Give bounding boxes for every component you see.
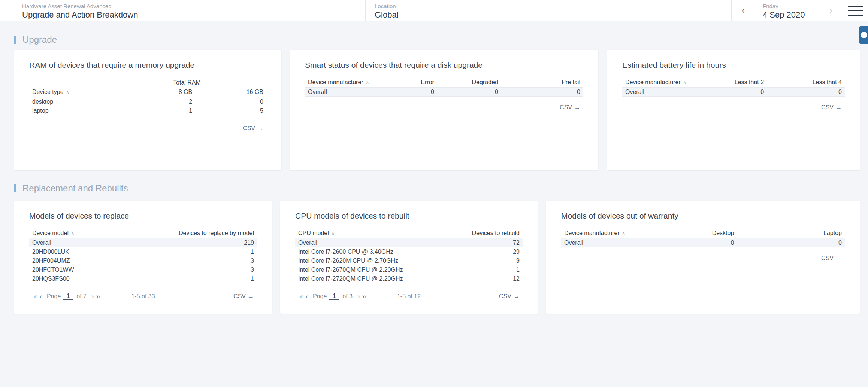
sort-asc-icon: ∧ (66, 90, 69, 94)
cell-value: 219 (166, 240, 257, 246)
column-header[interactable]: Pre fail (501, 79, 583, 86)
dashboard-title-block: Hardware Asset Renewal Advanced Upgrade … (22, 3, 138, 20)
csv-export-link[interactable]: CSV→ (233, 293, 254, 300)
section-title: Replacement and Rebuilts (22, 183, 128, 194)
prev-page-button[interactable]: ‹ (39, 292, 43, 301)
column-header[interactable]: Error (375, 79, 437, 86)
breadcrumb: Hardware Asset Renewal Advanced (22, 3, 138, 10)
table-row: 20HQS3FS00 1 (29, 274, 257, 283)
last-page-button[interactable]: » (361, 292, 367, 301)
section-accent-bar (14, 36, 16, 44)
column-header-sortable[interactable]: Device manufacturer∧ (305, 79, 375, 86)
prev-page-button[interactable]: ‹ (305, 292, 309, 301)
last-page-button[interactable]: » (95, 292, 101, 301)
column-header-sortable[interactable]: Device manufacturer∧ (622, 79, 700, 86)
cell-value: 0 (700, 89, 767, 95)
card-title: Smart status of devices that require a d… (305, 60, 583, 71)
pagination: « ‹ Page 1 of 3 › » 1-5 of 12 CSV→ (295, 292, 523, 301)
page-count: of 7 (76, 293, 87, 300)
table-row-overall: Overall 0 0 (622, 88, 845, 97)
cell-value: 1 (166, 249, 257, 255)
battery-table: Device manufacturer∧ Less that 2 Less th… (622, 77, 845, 97)
column-header[interactable]: Degraded (437, 79, 501, 86)
sort-asc-icon: ∧ (683, 80, 686, 85)
csv-export-link[interactable]: CSV→ (499, 293, 520, 300)
cell-value: 12 (432, 275, 523, 282)
cell-value: 29 (432, 249, 523, 255)
column-header-sortable[interactable]: Device type∧ (29, 89, 131, 95)
warranty-table: Device manufacturer∧ Desktop Laptop Over… (561, 228, 845, 247)
cell-manufacturer: Overall (561, 240, 646, 246)
column-header-sortable[interactable]: Device manufacturer∧ (561, 230, 646, 237)
column-header[interactable]: Less that 2 (700, 79, 767, 86)
section-title: Upgrade (22, 34, 57, 45)
column-header[interactable]: Devices to replace by model (166, 230, 257, 237)
table-header-row: Device type∧ 8 GB 16 GB (29, 87, 266, 97)
cell-value: 0 (437, 89, 501, 95)
header-divider (841, 0, 841, 21)
date-prev-button[interactable]: ‹ (735, 0, 751, 21)
csv-export-link[interactable]: CSV→ (560, 104, 580, 111)
cell-value: 3 (166, 258, 257, 264)
table-header-row: CPU model∧ Devices to rebuild (295, 228, 523, 238)
column-header[interactable]: Devices to rebuild (432, 230, 523, 237)
menu-icon[interactable] (848, 6, 863, 16)
next-page-button[interactable]: › (90, 292, 95, 301)
cell-manufacturer: Overall (622, 89, 700, 95)
cell-model: 20HFCTO1WW (29, 266, 166, 273)
date-display[interactable]: Friday 4 Sep 2020 (763, 3, 805, 20)
table-row: 20HD000LUK 1 (29, 247, 257, 256)
location-selector[interactable]: Location Global (375, 3, 399, 20)
first-page-button[interactable]: « (298, 292, 305, 301)
cell-device-type: desktop (29, 98, 131, 105)
next-page-button[interactable]: › (356, 292, 361, 301)
table-row: laptop 1 5 (29, 106, 266, 115)
menu-line (848, 10, 863, 11)
cell-cpu-model: Intel Core i7-2670QM CPU @ 2.20GHz (295, 266, 432, 273)
column-header[interactable]: Less that 4 (767, 79, 845, 86)
cell-value: 1 (432, 266, 523, 273)
card-ram-upgrade: RAM of devices that require a memory upg… (14, 50, 281, 170)
column-header[interactable]: 8 GB (131, 89, 195, 95)
date-weekday: Friday (763, 3, 805, 10)
cell-manufacturer: Overall (305, 89, 375, 95)
cell-cpu-model: Intel Core i7-2600 CPU @ 3.40GHz (295, 249, 432, 255)
sort-asc-icon: ∧ (366, 80, 369, 85)
csv-export-link[interactable]: CSV→ (821, 255, 842, 262)
smart-table: Device manufacturer∧ Error Degraded Pre … (305, 77, 583, 97)
column-header-sortable[interactable]: CPU model∧ (295, 230, 432, 237)
cell-value: 0 (375, 89, 437, 95)
page-number-input[interactable]: 1 (63, 293, 73, 300)
rows-range: 1-5 of 12 (397, 293, 421, 300)
arrow-right-icon: → (514, 293, 520, 299)
cell-value: 2 (131, 98, 195, 105)
pagination: « ‹ Page 1 of 7 › » 1-5 of 33 CSV→ (29, 292, 257, 301)
column-header[interactable]: Desktop (646, 230, 737, 237)
first-page-button[interactable]: « (32, 292, 39, 301)
page-title: Upgrade and Action Breakdown (22, 10, 138, 20)
cell-value: 0 (195, 98, 266, 105)
help-button[interactable] (859, 26, 868, 44)
cell-cpu-model: Overall (295, 240, 432, 246)
date-value: 4 Sep 2020 (763, 10, 805, 20)
table-row: Intel Core i7-2720QM CPU @ 2.20GHz 12 (295, 274, 523, 283)
replace-table: Device model∧ Devices to replace by mode… (29, 228, 257, 283)
csv-export-link[interactable]: CSV→ (821, 104, 842, 111)
csv-export-link[interactable]: CSV→ (243, 125, 263, 132)
arrow-right-icon: → (836, 104, 842, 110)
ram-table: Total RAM Device type∧ 8 GB 16 GB deskto… (29, 78, 266, 115)
table-header-row: Device manufacturer∧ Desktop Laptop (561, 228, 845, 238)
cell-value: 0 (767, 89, 845, 95)
table-row-overall: Overall 72 (295, 238, 523, 247)
column-header-sortable[interactable]: Device model∧ (29, 230, 166, 237)
date-next-button[interactable]: › (823, 0, 839, 21)
column-header[interactable]: Laptop (737, 230, 845, 237)
page-number-input[interactable]: 1 (329, 293, 339, 300)
header-divider (731, 0, 732, 21)
card-models-to-replace: Models of devices to replace Device mode… (14, 201, 272, 314)
column-header[interactable]: 16 GB (195, 89, 266, 95)
cell-cpu-model: Intel Core i7-2620M CPU @ 2.70GHz (295, 258, 432, 264)
cell-model: Overall (29, 240, 166, 246)
table-row: Intel Core i7-2600 CPU @ 3.40GHz 29 (295, 247, 523, 256)
table-header-row: Device model∧ Devices to replace by mode… (29, 228, 257, 238)
